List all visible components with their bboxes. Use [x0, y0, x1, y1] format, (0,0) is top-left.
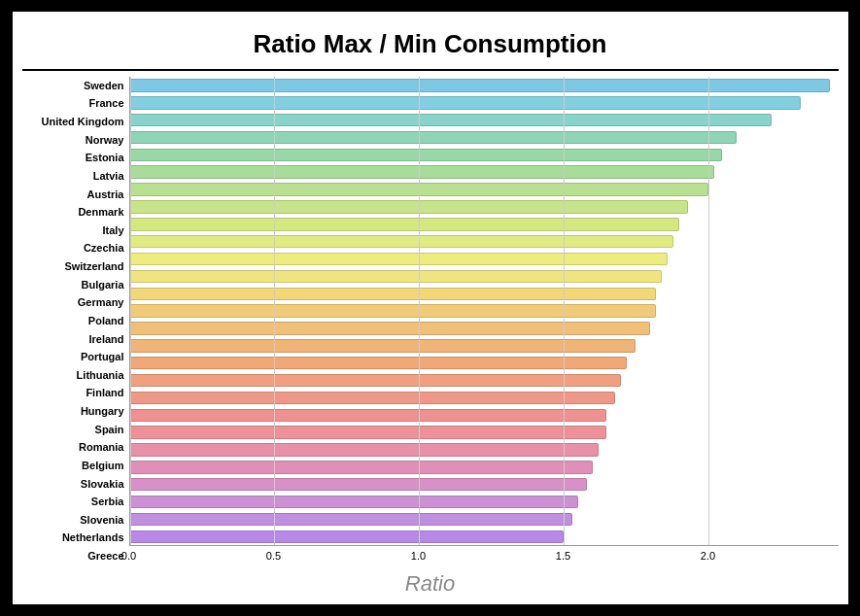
bar-row: [130, 94, 839, 112]
bar: [130, 496, 578, 508]
bar-row: [130, 510, 839, 528]
y-label: Latvia: [93, 171, 124, 182]
y-label: Serbia: [91, 496, 124, 507]
bar: [130, 513, 572, 526]
bar-row: [130, 146, 839, 163]
bar-row: [130, 424, 839, 441]
bar: [130, 304, 657, 317]
y-label: Belgium: [82, 461, 123, 471]
bar-row: [130, 476, 839, 494]
bar: [130, 461, 593, 473]
bar-row: [130, 406, 839, 424]
bar-row: [130, 389, 839, 406]
bar-row: [130, 494, 839, 511]
bar: [130, 392, 616, 404]
y-label: Greece: [87, 551, 123, 562]
y-label: Lithuania: [77, 370, 124, 381]
y-label: Norway: [86, 135, 124, 146]
y-label: Hungary: [81, 406, 124, 417]
y-label: Czechia: [84, 243, 124, 254]
y-label: France: [88, 98, 123, 109]
y-label: Denmark: [78, 207, 123, 218]
bar-row: [130, 459, 839, 476]
bar: [130, 374, 622, 387]
chart-wrapper: Ratio Max / Min Consumption SwedenFrance…: [13, 12, 848, 604]
bar: [130, 339, 636, 352]
bar: [130, 409, 607, 422]
x-tick-label: 1.5: [556, 550, 570, 562]
bar: [130, 478, 587, 491]
bar: [130, 165, 714, 178]
bar-row: [130, 355, 839, 372]
y-label: Sweden: [84, 81, 124, 91]
bar: [130, 530, 564, 543]
y-label: Portugal: [81, 352, 124, 362]
bar: [130, 426, 607, 438]
bar: [130, 443, 599, 456]
bar: [130, 149, 723, 161]
bar: [130, 288, 657, 300]
bar: [130, 200, 688, 213]
bar-row: [130, 112, 839, 129]
y-labels: SwedenFranceUnited KingdomNorwayEstoniaL…: [22, 77, 129, 565]
bar: [130, 322, 651, 334]
y-label: United Kingdom: [42, 117, 124, 127]
bar-row: [130, 337, 839, 355]
x-axis-title: Ratio: [22, 565, 839, 604]
bar-row: [130, 285, 839, 302]
chart-title: Ratio Max / Min Consumption: [22, 21, 839, 71]
bar: [130, 253, 668, 265]
bar-row: [130, 198, 839, 216]
x-axis-labels: 0.00.51.01.52.0: [129, 546, 839, 565]
y-label: Bulgaria: [81, 280, 123, 291]
bar: [130, 131, 738, 144]
bar: [130, 96, 801, 109]
bar-row: [130, 267, 839, 285]
y-label: Slovakia: [81, 479, 124, 490]
bar-row: [130, 216, 839, 233]
bar-row: [130, 441, 839, 459]
y-label: Estonia: [86, 153, 124, 163]
bar: [130, 235, 673, 248]
x-tick-label: 0.5: [266, 550, 281, 562]
bar: [130, 79, 830, 91]
bar-row: [130, 320, 839, 337]
bar: [130, 183, 708, 195]
x-tick-label: 2.0: [701, 550, 715, 562]
bars-container: [129, 77, 839, 546]
bars-and-x: 0.00.51.01.52.0: [129, 77, 839, 565]
bar-row: [130, 372, 839, 390]
y-label: Italy: [102, 225, 123, 236]
y-label: Switzerland: [64, 261, 123, 272]
bar-row: [130, 77, 839, 94]
chart-area: SwedenFranceUnited KingdomNorwayEstoniaL…: [22, 77, 839, 565]
bar-row: [130, 233, 839, 251]
y-label: Slovenia: [80, 515, 123, 526]
y-label: Austria: [87, 189, 124, 200]
y-label: Spain: [95, 425, 124, 435]
bar-row: [130, 129, 839, 147]
bar-row: [130, 181, 839, 198]
y-label: Finland: [86, 388, 123, 398]
bar-row: [130, 528, 839, 545]
y-label: Netherlands: [62, 532, 124, 543]
x-tick-label: 1.0: [411, 550, 426, 562]
y-label: Ireland: [88, 334, 123, 345]
bar: [130, 270, 662, 283]
y-label: Germany: [78, 297, 124, 308]
y-label: Poland: [88, 316, 124, 326]
bar: [130, 218, 679, 230]
bar: [130, 357, 628, 369]
bar-row: [130, 251, 839, 268]
bar: [130, 114, 773, 126]
y-label: Romania: [79, 442, 123, 453]
bar-row: [130, 302, 839, 320]
bar-row: [130, 163, 839, 181]
x-tick-label: 0.0: [121, 550, 136, 562]
